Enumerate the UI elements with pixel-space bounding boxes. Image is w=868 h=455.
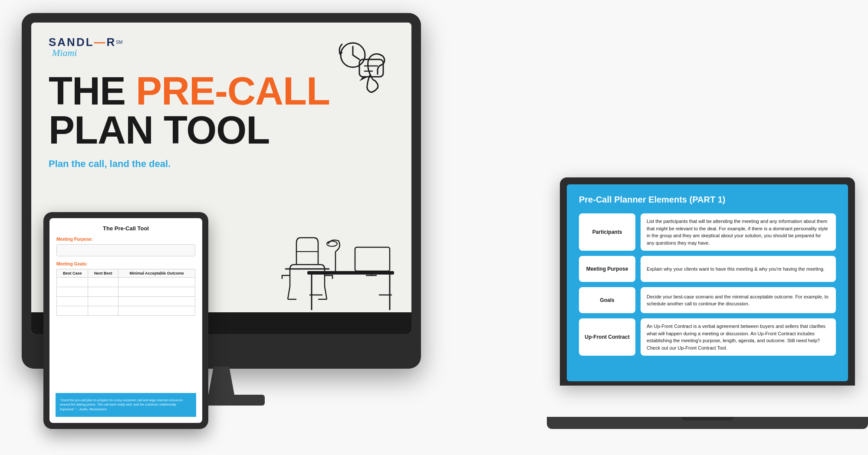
tablet-meeting-goals-label: Meeting Goals: [56, 262, 195, 266]
tablet-frame: The Pre-Call Tool Meeting Purpose: Meeti… [43, 212, 208, 429]
tablet-title: The Pre-Call Tool [56, 225, 195, 232]
element-desc-meeting-purpose: Explain why your clients want to have th… [641, 256, 836, 282]
svg-line-7 [288, 286, 290, 299]
element-row-upfront: Up-Front Contract An Up-Front Contract i… [579, 318, 836, 356]
table-row [57, 278, 195, 287]
tablet-quote-bar: "Used the pre-call plan to prepare for a… [56, 393, 196, 417]
element-row-participants: Participants List the participants that … [579, 213, 836, 251]
monitor-stand-neck [208, 367, 234, 395]
svg-rect-16 [355, 247, 390, 271]
tablet-goals-table: Best Case Next Best Minimal Acceptable O… [56, 269, 195, 316]
headline-precall: PRE-CALL [136, 69, 330, 113]
laptop-content: Pre-Call Planner Elements (PART 1) Parti… [567, 184, 848, 381]
headline-plan: PLAN TOOL [49, 108, 270, 152]
table-row [57, 297, 195, 306]
element-label-participants: Participants [579, 213, 635, 251]
laptop-header: Pre-Call Planner Elements (PART 1) [579, 195, 836, 205]
monitor-subtitle: Plan the call, land the deal. [49, 158, 394, 170]
desk-illustration [264, 208, 403, 312]
element-label-upfront: Up-Front Contract [579, 318, 635, 356]
elements-grid: Participants List the participants that … [579, 213, 836, 356]
laptop-base [547, 417, 868, 429]
svg-marker-5 [359, 77, 368, 81]
element-row-goals: Goals Decide your best-case scenario and… [579, 287, 836, 313]
tablet-meeting-purpose-label: Meeting Purpose: [56, 237, 195, 242]
table-row [57, 306, 195, 316]
laptop-screen: Pre-Call Planner Elements (PART 1) Parti… [567, 184, 848, 381]
phone-icon [329, 36, 398, 105]
element-desc-upfront: An Up-Front Contract is a verbal agreeme… [641, 318, 836, 356]
headline-the: THE [49, 69, 136, 113]
tablet-content: The Pre-Call Tool Meeting Purpose: Meeti… [49, 218, 202, 323]
element-desc-goals: Decide your best-case scenario and the m… [641, 287, 836, 313]
table-header-best-case: Best Case [57, 269, 88, 278]
table-header-minimal: Minimal Acceptable Outcome [118, 269, 195, 278]
element-label-goals: Goals [579, 287, 635, 313]
laptop-device: Pre-Call Planner Elements (PART 1) Parti… [560, 177, 855, 429]
svg-line-8 [325, 286, 327, 299]
subtitle-plain: Plan the call, [49, 158, 110, 169]
element-label-meeting-purpose: Meeting Purpose [579, 256, 635, 282]
tablet-device: The Pre-Call Tool Meeting Purpose: Meeti… [43, 212, 208, 429]
scene: SANDL—RSM Miami THE PRE-CALL PLAN TOOL [0, 0, 868, 455]
sandler-sm: SM [116, 40, 122, 45]
table-header-next-best: Next Best [88, 269, 118, 278]
tablet-quote: "Used the pre-call plan to prepare for a… [60, 398, 192, 412]
tablet-screen: The Pre-Call Tool Meeting Purpose: Meeti… [49, 218, 202, 423]
tablet-meeting-purpose-input [56, 244, 195, 256]
table-row [57, 287, 195, 297]
laptop-frame: Pre-Call Planner Elements (PART 1) Parti… [560, 177, 855, 386]
subtitle-highlight: land the deal. [110, 158, 171, 169]
element-desc-participants: List the participants that will be atten… [641, 213, 836, 251]
element-row-meeting-purpose: Meeting Purpose Explain why your clients… [579, 256, 836, 282]
